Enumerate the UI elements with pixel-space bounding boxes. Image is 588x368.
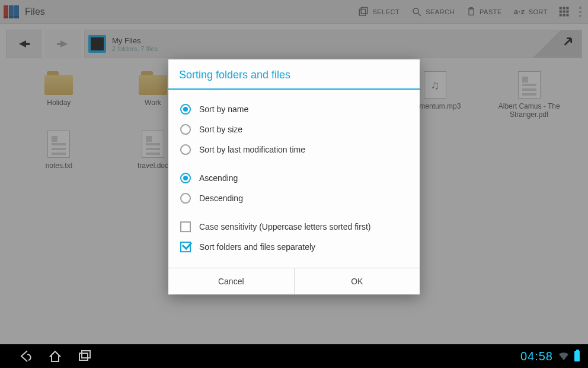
radio-order-asc[interactable]: Ascending xyxy=(179,168,409,188)
radio-icon xyxy=(180,144,191,155)
radio-sort-name[interactable]: Sort by name xyxy=(179,99,409,119)
checkbox-case-sensitive[interactable]: Case sensitivity (Uppercase letters sort… xyxy=(179,217,409,237)
radio-label: Descending xyxy=(199,193,243,203)
radio-sort-size[interactable]: Sort by size xyxy=(179,119,409,139)
svg-rect-18 xyxy=(82,351,90,358)
sys-back-button[interactable] xyxy=(18,348,33,364)
checkbox-icon xyxy=(180,221,191,232)
status-clock: 04:58 xyxy=(520,350,553,363)
radio-label: Sort by name xyxy=(199,104,248,114)
wifi-icon xyxy=(558,351,570,361)
system-nav-bar: 04:58 xyxy=(0,344,588,368)
radio-label: Sort by last modification time xyxy=(199,145,305,154)
radio-icon xyxy=(180,104,191,115)
radio-icon xyxy=(180,173,191,183)
checkbox-separate-folders[interactable]: Sort folders and files separately xyxy=(179,237,409,257)
cancel-button[interactable]: Cancel xyxy=(168,268,294,294)
sort-dialog: Sorting folders and files Sort by name S… xyxy=(168,59,420,294)
checkbox-icon xyxy=(180,242,191,252)
checkbox-label: Sort folders and files separately xyxy=(199,242,315,252)
radio-icon xyxy=(180,124,191,135)
radio-icon xyxy=(180,193,191,204)
sys-home-button[interactable] xyxy=(47,348,63,364)
screen: Files SELECT SEARCH PASTE a·z SORT xyxy=(0,0,588,368)
sys-recents-button[interactable] xyxy=(77,348,92,364)
radio-label: Ascending xyxy=(199,173,238,183)
checkbox-label: Case sensitivity (Uppercase letters sort… xyxy=(199,222,370,231)
radio-label: Sort by size xyxy=(199,125,242,134)
svg-rect-17 xyxy=(79,353,88,360)
ok-button[interactable]: OK xyxy=(294,268,420,294)
battery-icon xyxy=(574,351,580,361)
dialog-title: Sorting folders and files xyxy=(168,59,420,90)
radio-order-desc[interactable]: Descending xyxy=(179,188,409,208)
radio-sort-mtime[interactable]: Sort by last modification time xyxy=(179,139,409,160)
